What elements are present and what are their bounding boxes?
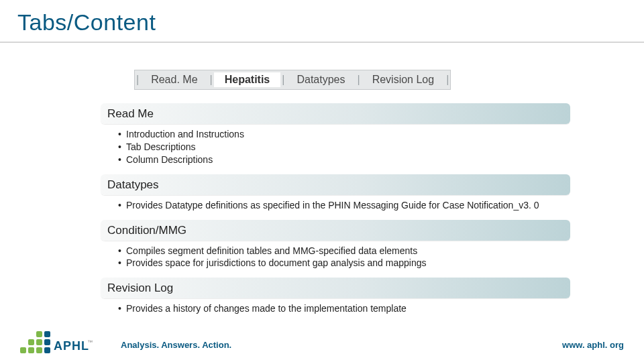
trademark-icon: ™ (87, 339, 93, 345)
tab-separator: | (280, 74, 286, 86)
logo-text: APHL (54, 339, 89, 353)
slide-title: Tabs/Content (17, 9, 156, 36)
bullet-text: Introduction and Instructions (126, 128, 244, 141)
section-revision-head: Revision Log (101, 278, 570, 298)
section-condition-body: •Compiles segment definition tables and … (101, 241, 570, 276)
bullet-text: Provides space for jurisdictions to docu… (126, 257, 426, 269)
bullet-text: Provides a history of changes made to th… (126, 302, 407, 315)
title-rule (0, 42, 644, 43)
tab-readme: Read. Me (140, 72, 208, 87)
section-revision-body: •Provides a history of changes made to t… (101, 298, 570, 320)
bullet-text: Column Descriptions (126, 154, 213, 166)
section-readme-body: •Introduction and Instructions •Tab Desc… (101, 124, 570, 172)
bullet-text: Tab Descriptions (126, 141, 196, 154)
aphl-logo: APHL ™ (20, 327, 93, 355)
bullet-text: Provides Datatype definitions as specifi… (126, 199, 539, 212)
tab-revision-log: Revision Log (362, 72, 445, 87)
excel-tabs-image: | Read. Me | Hepatitis | Datatypes | Rev… (134, 70, 451, 90)
tab-hepatitis: Hepatitis (214, 72, 281, 87)
section-condition-head: Condition/MMG (101, 220, 570, 241)
tab-separator: | (445, 74, 450, 86)
section-datatypes-head: Datatypes (101, 174, 570, 195)
logo-mark-icon (20, 327, 52, 355)
footer-url: www. aphl. org (562, 340, 624, 350)
tab-separator: | (209, 74, 214, 86)
content-area: Read Me •Introduction and Instructions •… (101, 101, 570, 320)
tab-separator: | (356, 74, 361, 86)
footer: APHL ™ Analysis. Answers. Action. www. a… (0, 324, 644, 362)
footer-tagline: Analysis. Answers. Action. (121, 340, 231, 350)
section-datatypes-body: •Provides Datatype definitions as specif… (101, 195, 570, 217)
tab-datatypes: Datatypes (286, 72, 356, 87)
bullet-text: Compiles segment definition tables and M… (126, 245, 417, 257)
section-readme-head: Read Me (101, 103, 570, 124)
tab-separator: | (135, 74, 140, 86)
